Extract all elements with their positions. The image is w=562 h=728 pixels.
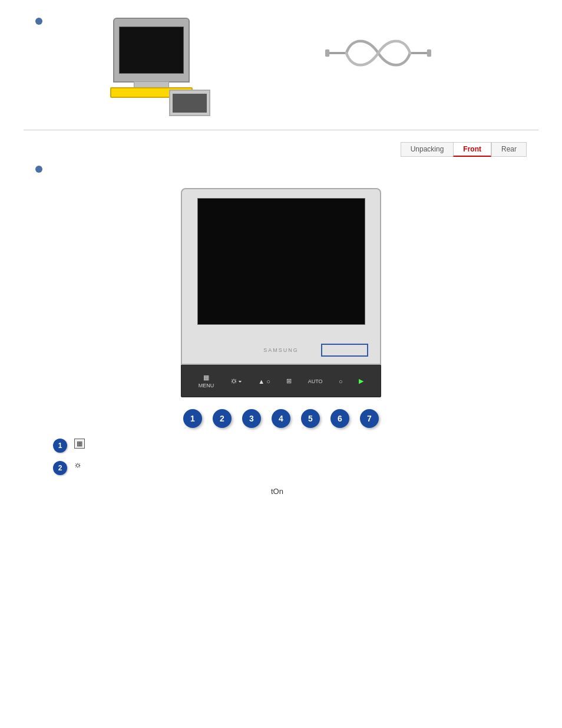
desc-text-1: ▦ <box>74 439 85 449</box>
num-circle-3: 3 <box>242 409 261 428</box>
auto-label: AUTO <box>308 378 323 384</box>
svg-rect-2 <box>325 50 329 57</box>
tab-unpacking[interactable]: Unpacking <box>401 142 454 157</box>
monitor-thumbnail <box>169 90 210 116</box>
ctrl-picture: ⊞ <box>286 377 292 385</box>
num-circle-4: 4 <box>272 409 290 428</box>
ctrl-menu: ▦ MENU <box>199 374 214 388</box>
ctrl-auto: AUTO <box>308 378 323 384</box>
cable-svg <box>325 29 431 77</box>
cable-illustration-area <box>325 29 431 78</box>
brightness-icon: ⛭▾ <box>230 377 242 386</box>
monitor-front-body: SAMSUNG <box>181 188 381 365</box>
ctrl-led: ▶ <box>359 377 363 385</box>
tab-rear[interactable]: Rear <box>491 142 527 157</box>
desc-num-1: 1 <box>53 439 67 453</box>
picture-icon: ⊞ <box>286 377 292 385</box>
menu-icon: ▦ <box>203 374 209 381</box>
num-circle-5: 5 <box>301 409 320 428</box>
menu-label: MENU <box>199 383 214 388</box>
monitor-screen <box>119 27 184 74</box>
num-circle-7: 7 <box>360 409 379 428</box>
number-indicators-row: 1 2 3 4 5 6 7 <box>35 409 527 428</box>
monitor-highlight-box <box>321 344 368 357</box>
monitor-front-view: SAMSUNG ▦ MENU ⛭▾ ▲ ○ ⊞ AUTO <box>181 188 381 397</box>
monitor-front-screen <box>197 198 365 325</box>
tab-front[interactable]: Front <box>453 142 491 157</box>
section-divider <box>24 130 538 130</box>
monitor-image-area <box>90 18 219 112</box>
monitor-controls-bar: ▦ MENU ⛭▾ ▲ ○ ⊞ AUTO ○ <box>181 365 381 397</box>
ton-label: tOn <box>271 487 283 496</box>
second-section: SAMSUNG ▦ MENU ⛭▾ ▲ ○ ⊞ AUTO <box>0 160 562 516</box>
second-bullet <box>35 166 527 179</box>
nav-tabs-container: Unpacking Front Rear <box>0 136 562 160</box>
power-icon: ○ <box>339 378 343 385</box>
ctrl-power: ○ <box>339 378 343 385</box>
ctrl-adjust: ▲ ○ <box>258 378 270 385</box>
monitor-illustration <box>113 18 219 112</box>
num-circle-2: 2 <box>213 409 232 428</box>
ton-area: tOn <box>271 487 527 505</box>
monitor-brand-label: SAMSUNG <box>263 347 299 353</box>
monitor-body <box>113 18 190 83</box>
desc-item-2: 2 ⛭ <box>35 461 527 475</box>
top-bullet-dot <box>35 18 42 31</box>
top-section <box>0 0 562 124</box>
desc-num-2: 2 <box>53 461 67 475</box>
num-circle-6: 6 <box>330 409 349 428</box>
person-icon: ⛭ <box>74 461 82 470</box>
svg-rect-3 <box>427 50 431 57</box>
desc-item-1: 1 ▦ <box>35 439 527 453</box>
desc-text-2: ⛭ <box>74 461 82 470</box>
monitor-thumb-screen <box>173 94 207 113</box>
led-icon: ▶ <box>359 377 363 385</box>
num-circle-1: 1 <box>183 409 202 428</box>
monitor-front-container: SAMSUNG ▦ MENU ⛭▾ ▲ ○ ⊞ AUTO <box>35 188 527 397</box>
menu-inline-icon: ▦ <box>74 439 85 449</box>
adjust-icon: ▲ ○ <box>258 378 270 385</box>
ctrl-brightness: ⛭▾ <box>230 377 242 386</box>
